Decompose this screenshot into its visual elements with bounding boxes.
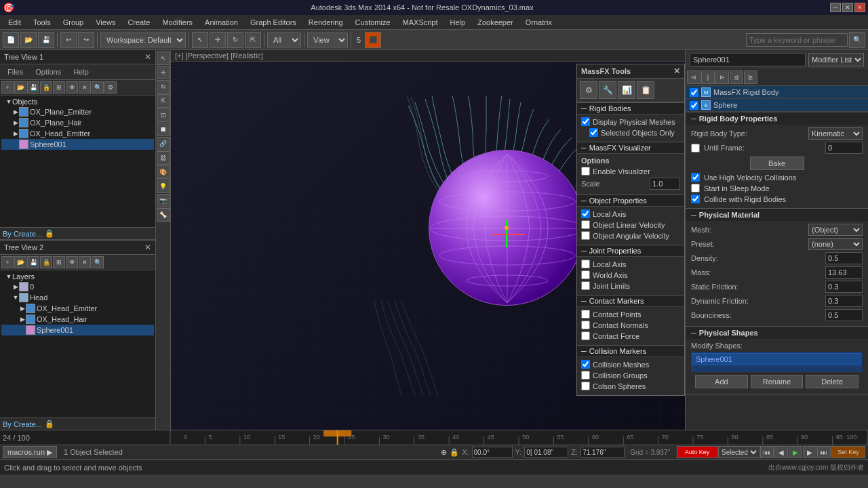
joint-props-header[interactable]: ─ Joint Properties (577, 245, 684, 257)
tree2-lock-btn[interactable]: 🔒 (40, 256, 52, 268)
collision-meshes-checkbox[interactable] (581, 360, 590, 369)
tree-new-btn[interactable]: + (1, 81, 14, 94)
minimize-button[interactable]: ─ (830, 3, 841, 12)
menu-modifiers[interactable]: Modifiers (157, 17, 198, 28)
new-button[interactable]: 📄 (3, 32, 19, 48)
open-button[interactable]: 📂 (20, 32, 37, 48)
obj-linear-checkbox[interactable] (581, 220, 590, 229)
timeline-ruler[interactable]: 0 5 10 15 20 25 30 35 40 (170, 430, 868, 445)
tree-view-btn[interactable]: 👁 (66, 81, 78, 94)
tree2-item-ox-head-emitter[interactable]: ▶ OX_Head_Emitter (1, 303, 154, 314)
selected-objects-checkbox[interactable] (589, 128, 598, 137)
tree-item-ox-plane-emitter[interactable]: ▶ OX_Plane_Emitter (1, 106, 154, 117)
menu-animation[interactable]: Animation (199, 17, 243, 28)
contact-force-checkbox[interactable] (581, 331, 590, 340)
tab-options[interactable]: Options (30, 66, 66, 77)
massfx-btn-4[interactable]: 📋 (637, 81, 654, 99)
redo-button[interactable]: ↪ (78, 32, 94, 48)
modifier-sphere[interactable]: S Sphere (686, 99, 868, 112)
rt-btn-2[interactable]: | (701, 70, 715, 84)
contact-points-checkbox[interactable] (581, 310, 590, 319)
rename-shape-button[interactable]: Rename (751, 375, 804, 388)
rotate-button[interactable]: ↻ (227, 32, 243, 48)
macros-run-button[interactable]: macros.run ▶ (3, 446, 57, 458)
contact-normals-checkbox[interactable] (581, 321, 590, 329)
rt-btn-3[interactable]: ⊳ (715, 70, 729, 84)
tree2-item-sphere001[interactable]: Sphere001 (1, 325, 154, 336)
mass-input[interactable] (825, 266, 863, 279)
body-type-select[interactable]: Kinematic (808, 127, 863, 140)
colson-spheres-checkbox[interactable] (581, 382, 590, 390)
tree1-close[interactable]: ✕ (144, 52, 151, 62)
tree-item-sphere001[interactable]: Sphere001 (1, 139, 154, 150)
object-name-input[interactable] (690, 53, 806, 66)
tree2-close[interactable]: ✕ (144, 243, 151, 252)
coord-x-input[interactable] (472, 447, 513, 458)
tree2-new-btn[interactable]: + (1, 256, 14, 268)
tree2-item-0[interactable]: ▶ 0 (1, 281, 154, 292)
menu-zookeeper[interactable]: Zookeeper (472, 17, 519, 28)
massfx-btn-2[interactable]: 🔧 (599, 81, 616, 99)
play-button[interactable]: ▶ (789, 446, 802, 458)
collision-markers-header[interactable]: ─ Collision Markers (577, 345, 684, 357)
next-frame-button[interactable]: ▶ (803, 446, 816, 458)
joint-limits-checkbox[interactable] (581, 281, 590, 290)
tool-material-icon[interactable]: 🎨 (157, 165, 170, 179)
tree2-x-btn[interactable]: ✕ (79, 256, 91, 268)
undo-button[interactable]: ↩ (60, 32, 77, 48)
menu-edit[interactable]: Edit (3, 17, 26, 28)
tree-lock-btn[interactable]: 🔒 (40, 81, 52, 94)
modifier-massfx[interactable]: M MassFX Rigid Body (686, 86, 868, 99)
delete-shape-button[interactable]: Delete (806, 375, 859, 388)
high-velocity-checkbox[interactable] (691, 173, 700, 182)
obj-props-header[interactable]: ─ Object Properties (577, 195, 684, 207)
tree2-search-btn[interactable]: 🔍 (92, 256, 104, 268)
add-shape-button[interactable]: Add (695, 375, 748, 388)
coord-y-input[interactable] (524, 447, 568, 458)
tool-light-icon[interactable]: 💡 (157, 180, 170, 193)
tool-scale-icon[interactable]: ⇱ (157, 94, 170, 108)
joint-local-checkbox[interactable] (581, 260, 590, 268)
tree2-filter-btn[interactable]: ⊞ (53, 256, 65, 268)
menu-create[interactable]: Create (122, 17, 155, 28)
visualizer-header[interactable]: ─ MassFX Visualizer (577, 142, 684, 154)
tree2-item-ox-head-hair[interactable]: ▶ OX_Head_Hair (1, 314, 154, 325)
render-button[interactable]: ⬛ (365, 32, 381, 48)
massfx-btn-3[interactable]: 📊 (618, 81, 635, 99)
mesh-select[interactable]: (Object) (808, 224, 863, 236)
rt-btn-5[interactable]: ⊵ (744, 70, 757, 84)
bounciness-input[interactable] (825, 309, 863, 321)
rt-btn-4[interactable]: ⊴ (730, 70, 743, 84)
save-button[interactable]: 💾 (38, 32, 54, 48)
menu-graph-editors[interactable]: Graph Editors (245, 17, 302, 28)
set-key-button[interactable]: Set Key (831, 446, 865, 458)
modifier-list-select[interactable]: Modifier List (808, 53, 864, 66)
tool-camera-icon[interactable]: 📷 (157, 194, 170, 207)
skip-forward-button[interactable]: ⏭ (817, 446, 831, 458)
static-friction-input[interactable] (825, 281, 863, 293)
key-filter-select[interactable]: Selected (718, 446, 760, 458)
density-input[interactable] (825, 252, 863, 264)
sleep-mode-checkbox[interactable] (691, 184, 700, 192)
tool-snap-icon[interactable]: 🔲 (157, 123, 170, 136)
world-axis-checkbox[interactable] (581, 270, 590, 279)
close-button[interactable]: ✕ (854, 3, 865, 12)
tool-rotate-icon[interactable]: ↻ (157, 80, 170, 94)
scale-button[interactable]: ⇱ (245, 32, 261, 48)
menu-rendering[interactable]: Rendering (303, 17, 349, 28)
tree2-save-btn[interactable]: 💾 (27, 256, 39, 268)
coord-z-input[interactable] (580, 447, 625, 458)
view-select[interactable]: View (307, 33, 348, 47)
tree-settings-btn[interactable]: ⚙ (104, 81, 117, 94)
menu-group[interactable]: Group (58, 17, 90, 28)
tool-move-icon[interactable]: ✛ (157, 66, 170, 79)
rt-btn-1[interactable]: ⊲ (687, 70, 701, 84)
tree-item-ox-plane-hair[interactable]: ▶ OX_Plane_Hair (1, 117, 154, 128)
tree2-item-layers[interactable]: ▼ Layers (1, 272, 154, 281)
until-frame-input[interactable] (825, 142, 863, 154)
rigid-bodies-header[interactable]: ─ Rigid Bodies (577, 102, 684, 115)
rigid-body-section-title[interactable]: ─ Rigid Body Properties (686, 113, 868, 125)
massfx-btn-1[interactable]: ⚙ (580, 81, 597, 99)
menu-customize[interactable]: Customize (350, 17, 396, 28)
tree-filter-btn[interactable]: ⊞ (53, 81, 65, 94)
